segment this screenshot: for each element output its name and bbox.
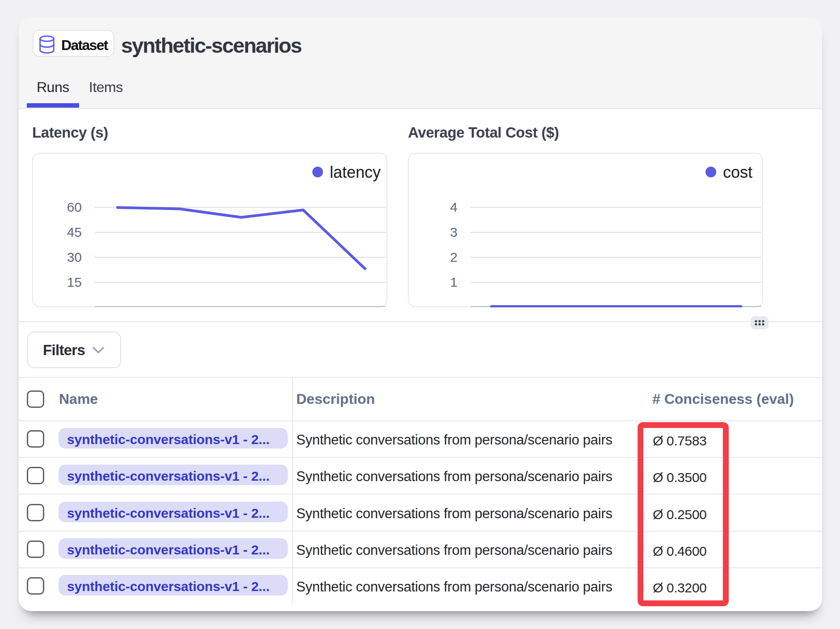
svg-text:60: 60 (67, 200, 82, 214)
svg-text:45: 45 (67, 225, 82, 239)
svg-text:4: 4 (450, 200, 458, 214)
svg-text:latency: latency (330, 163, 381, 181)
svg-text:3: 3 (450, 225, 458, 239)
svg-text:30: 30 (67, 250, 82, 264)
svg-text:1: 1 (450, 275, 458, 289)
svg-text:2: 2 (450, 250, 458, 264)
svg-text:cost: cost (723, 163, 752, 181)
svg-text:15: 15 (67, 275, 82, 289)
